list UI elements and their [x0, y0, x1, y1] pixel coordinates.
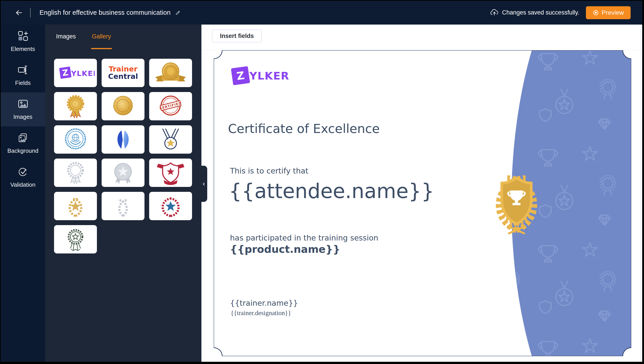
gallery-item-star-medal-ribbon-badge[interactable]: [149, 125, 192, 154]
gallery-grid: ZYLKERTrainerCentralCERTIFIED: [54, 59, 192, 254]
gold-laurel-star-badge: [56, 194, 95, 219]
trainer-name-field[interactable]: {{trainer.name}}: [230, 298, 298, 308]
course-title: English for effective business communica…: [40, 9, 170, 16]
images-icon: [18, 99, 28, 110]
red-laurel-star-badge: [152, 194, 190, 219]
zylker-logo-text: YLKER: [250, 70, 290, 82]
back-button[interactable]: [14, 8, 24, 18]
eye-icon: [593, 10, 599, 16]
svg-text:YLKER: YLKER: [71, 69, 95, 78]
topbar-divider: [30, 8, 30, 18]
certificate-title[interactable]: Certificate of Excellence: [228, 121, 380, 136]
preview-label: Preview: [602, 9, 624, 16]
sidebar-item-background[interactable]: Background: [1, 126, 45, 160]
red-shield-star-badge: [152, 160, 190, 186]
award-badge-image: [499, 178, 534, 233]
gallery-item-gold-laurel-star-badge[interactable]: [54, 192, 97, 220]
silver-star-medal-badge: [104, 160, 142, 186]
certificate-intro-line[interactable]: This is to certify that: [230, 166, 308, 175]
certificate-logo[interactable]: Z YLKER: [232, 67, 290, 84]
gallery-item-zylker-logo[interactable]: ZYLKER: [54, 59, 97, 87]
pencil-icon: [175, 10, 181, 16]
gallery-item-red-laurel-star-badge[interactable]: [149, 192, 192, 220]
certified-stamp-badge: CERTIFIED: [152, 94, 190, 119]
sidebar-item-label: Images: [14, 114, 32, 120]
trainer-central-logo: TrainerCentral: [104, 60, 142, 86]
edit-title-button[interactable]: [175, 10, 181, 16]
collapse-panel-button[interactable]: ‹: [201, 166, 207, 202]
elements-icon: [18, 31, 28, 43]
zylker-logo: ZYLKER: [56, 60, 95, 86]
sidebar-item-label: Elements: [11, 46, 35, 52]
canvas-scroll-edge[interactable]: [641, 24, 641, 362]
tab-images[interactable]: Images: [55, 33, 77, 49]
svg-text:Central: Central: [108, 72, 138, 80]
gallery-item-gold-medal-banner-badge[interactable]: [149, 59, 192, 87]
gallery-item-blue-abstract-logo[interactable]: [102, 125, 144, 154]
save-status-text: Changes saved successfully.: [502, 9, 579, 16]
gold-rosette-badge: [56, 94, 95, 119]
gold-medallion-badge: [104, 94, 142, 119]
gallery-item-red-shield-star-badge[interactable]: [149, 158, 192, 187]
sidebar: ElementsFieldsImagesBackgroundValidation: [1, 24, 45, 362]
validation-icon: [18, 166, 28, 178]
back-arrow-icon: [14, 8, 23, 17]
preview-button[interactable]: Preview: [586, 6, 630, 19]
attendee-name-field[interactable]: {{attendee.name}}: [229, 179, 434, 203]
sidebar-item-label: Background: [7, 148, 38, 154]
panel-tabs: ImagesGallery: [45, 24, 202, 49]
star-medal-ribbon-badge: [152, 127, 190, 152]
zylker-logo-mark: Z: [231, 66, 250, 85]
sidebar-item-images[interactable]: Images: [1, 92, 45, 126]
insert-fields-button[interactable]: Insert fields: [212, 30, 262, 42]
gallery-item-gold-rosette-badge[interactable]: [54, 92, 97, 120]
certificate: Z YLKER Certificate of Excellence This i…: [214, 50, 631, 356]
tab-gallery[interactable]: Gallery: [91, 33, 112, 49]
gallery-item-gold-medallion-badge[interactable]: [102, 92, 144, 120]
silver-laurel-badge: [104, 194, 142, 219]
canvas-toolbar: Insert fields: [202, 24, 642, 50]
gallery-item-certified-stamp-badge[interactable]: CERTIFIED: [149, 92, 192, 120]
fields-icon: [18, 65, 28, 76]
gallery-item-silver-rosette-badge[interactable]: [54, 158, 97, 187]
images-panel: ImagesGallery ZYLKERTrainerCentralCERTIF…: [45, 24, 202, 362]
chevron-left-icon: ‹: [202, 180, 205, 187]
sidebar-item-fields[interactable]: Fields: [1, 58, 45, 92]
save-status: Changes saved successfully.: [490, 9, 579, 16]
sidebar-item-label: Fields: [15, 80, 30, 86]
gold-medal-banner-badge: [152, 60, 190, 86]
gallery-item-silver-star-medal-badge[interactable]: [102, 158, 144, 187]
cloud-saved-icon: [490, 9, 499, 16]
silver-rosette-badge: [56, 160, 95, 186]
gallery-item-green-rosette-badge[interactable]: [54, 225, 97, 254]
certificate-body-line[interactable]: has participated in the training session: [230, 233, 378, 242]
green-rosette-badge: [56, 227, 95, 252]
blue-emblem-badge: [56, 127, 95, 152]
gallery-item-blue-emblem-badge[interactable]: [54, 125, 97, 154]
background-icon: [18, 133, 28, 144]
product-name-field[interactable]: {{product.name}}: [230, 243, 340, 255]
gallery-item-trainer-central-logo[interactable]: TrainerCentral: [102, 59, 144, 87]
sidebar-item-elements[interactable]: Elements: [1, 24, 45, 58]
blue-abstract-logo: [104, 127, 142, 152]
design-canvas: Insert fields: [202, 24, 642, 362]
sidebar-item-label: Validation: [10, 181, 35, 188]
sidebar-item-validation[interactable]: Validation: [1, 160, 45, 194]
app-window: English for effective business communica…: [0, 0, 644, 364]
certificate-editor: English for effective business communica…: [1, 1, 642, 362]
topbar: English for effective business communica…: [1, 1, 642, 24]
gallery-item-silver-laurel-badge[interactable]: [102, 192, 144, 220]
trainer-designation-field[interactable]: {{trainer.designation}}: [231, 309, 291, 317]
